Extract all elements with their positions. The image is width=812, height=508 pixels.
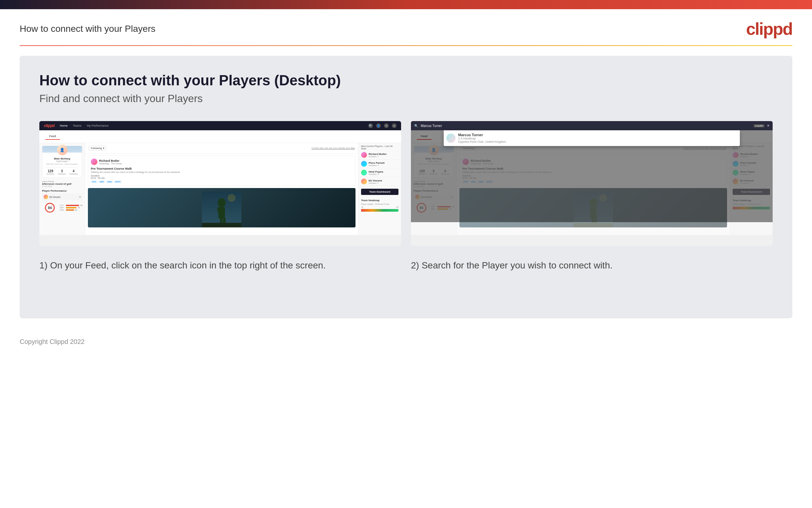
player-avatar-eli-1 [361,178,367,184]
tag-arg-1: ARG [106,180,113,183]
stat-following-label-1: Following [69,173,78,175]
app-mockup-1: clippd Home Teams My Performance 🔍 👤 ⚙ ●… [39,121,401,235]
app-nav-1: clippd Home Teams My Performance 🔍 👤 ⚙ ● [39,121,401,130]
score-circle-1: 84 [45,203,55,213]
heatmap-scale-1: -5 +5 [359,206,401,208]
captions-row: 1) On your Feed, click on the search ico… [39,259,773,272]
app-body-2-dimmed: 👤 Blair McHarg Golf Coach Mill Ride Golf… [411,143,773,235]
settings-icon-1[interactable]: ⚙ [384,123,389,128]
profile-card-1: 👤 Blair McHarg Golf Coach Mill Ride Golf… [42,146,82,178]
profile-club-2: Mill Ride Golf Club, United Kingdom [417,163,451,165]
search-dropdown-2: Marcus Turner 1-5 Handicap Cypress Point… [444,130,740,146]
main-subtitle: Find and connect with your Players [39,92,773,105]
nav-item-myperformance-1[interactable]: My Performance [87,124,108,127]
player-item-piers-1: Piers Parnell Activities: 4 [359,160,401,168]
profile-avatar-2: 👤 [429,145,439,155]
team-dashboard-btn-1[interactable]: Team Dashboard [361,189,398,195]
top-accent-bar [0,0,812,9]
nav-item-teams-1[interactable]: Teams [73,124,82,127]
caption-2: 2) Search for the Player you wish to con… [411,259,773,272]
nav-item-home-1[interactable]: Home [60,124,67,127]
stat-following-1: 4 Following [69,169,78,175]
player-name-eli-1: Eli Vincent [369,179,382,182]
team-heatmap-subtitle-1: Player Quality · 20 Round Trend [359,203,401,206]
search-result-avatar-2 [446,134,456,143]
pp-avatar-1 [44,195,48,199]
svg-point-6 [228,194,235,202]
feed-tab-1[interactable]: Feed [45,133,60,140]
activity-desc-1: Walking the course with my coach to buil… [91,171,352,173]
following-dropdown-icon-1: ▾ [103,147,104,150]
activity-user-1: Richard Butler Yesterday · The Grove [91,159,352,165]
team-heatmap-title-1: Team Heatmap [359,198,401,203]
duration-value-1: 02 hr : 00 min [91,177,105,179]
search-bar-overlay-2: 🔍 Marcus Turner CLEAR × [411,121,773,130]
activity-tags-1: OTT APP ARG PUTT [91,180,352,183]
middle-panel-1: Following ▾ Control who can see your act… [85,143,359,235]
search-result-handicap-2: 1-5 Handicap [458,137,506,140]
control-link-1[interactable]: Control who can see your activity and da… [312,147,355,149]
player-item-hiral-1: Hiral Pujara Activities: 3 [359,168,401,177]
stat-act-2: 129 Activities [418,169,426,175]
player-performance-section-1: Player Performance Eli Vincent ▾ 84 [42,189,82,214]
following-label-1: Following [91,147,102,150]
latest-activity-1: Latest Activity Afternoon round of golf … [42,180,82,187]
activity-photo-1 [88,188,355,227]
clear-button-2[interactable]: CLEAR [754,124,764,127]
stat-activities-label-1: Activities [47,173,54,175]
main-title: How to connect with your Players (Deskto… [39,72,773,89]
profile-role-2: Golf Coach [417,160,451,162]
player-info-hiral-1: Hiral Pujara Activities: 3 [369,170,383,175]
quality-bar-ott-1: OTT 79 [60,205,82,206]
la-date-1: 27 Jul 2022 [42,185,82,187]
stat-followers-1: 3 Followers [58,169,66,175]
user-icon-1[interactable]: 👤 [376,123,381,128]
search-icon-1[interactable]: 🔍 [368,123,373,128]
activity-username-1: Richard Butler [99,159,122,162]
pp-dropdown-icon-1[interactable]: ▾ [79,196,81,199]
search-result-info-2: Marcus Turner 1-5 Handicap Cypress Point… [458,133,506,143]
activity-title-1: Pre Tournament Course Walk [91,167,352,170]
svg-point-13 [599,194,607,202]
stat-activities-1: 129 Activities [47,169,54,175]
avatar-icon-1[interactable]: ● [392,123,396,128]
player-act-hiral-1: Activities: 3 [369,173,383,175]
stat-fol-2: 3 Followers [429,169,438,175]
profile-stats-1: 129 Activities 3 Followers 4 Following [45,167,79,175]
nav-actions-1: 🔍 👤 ⚙ ● [368,123,396,128]
latest-activity-2: Latest Activity Afternoon round of golf … [414,180,454,187]
footer-text: Copyright Clippd 2022 [20,338,85,345]
profile-info-2: Blair McHarg Golf Coach Mill Ride Golf C… [417,157,451,165]
left-panel-1: 👤 Blair McHarg Golf Coach Mill Ride Golf… [39,143,85,235]
profile-stats-2: 129 Activities 3 Followers 4 [417,167,451,175]
stat-followers-num-1: 3 [58,169,66,173]
logo: clippd [746,19,792,39]
close-button-2[interactable]: × [767,123,769,128]
main-content: How to connect with your Players (Deskto… [20,56,792,318]
screenshots-row: clippd Home Teams My Performance 🔍 👤 ⚙ ●… [39,121,773,246]
profile-avatar-1: 👤 [57,145,67,155]
search-icon-2: 🔍 [414,124,418,128]
following-btn-1[interactable]: Following ▾ [89,146,107,151]
header-divider [20,45,792,46]
player-info-eli-1: Eli Vincent Activities: 1 [369,179,382,184]
player-name-richard-1: Richard Butler [369,153,387,156]
activity-user-info-1: Richard Butler Yesterday · The Grove [99,159,122,165]
feed-tab-2: Feed [417,133,432,140]
right-panel-2: Most Active Players - Last 30 days Richa… [730,143,773,235]
player-performance-section-2: Player Performance Eli Vincent ▾ 84 [414,189,454,214]
search-result-item-2[interactable]: Marcus Turner 1-5 Handicap Cypress Point… [446,133,737,143]
player-name-hiral-1: Hiral Pujara [369,170,383,173]
pp-player-row-1: Eli Vincent ▾ [42,194,82,200]
page-title: How to connect with your Players [20,24,155,34]
pp-title-1: Player Performance [42,189,82,192]
player-avatar-piers-1 [361,161,367,167]
activity-avatar-1 [91,159,97,165]
following-header-1: Following ▾ Control who can see your act… [85,143,358,154]
left-panel-2: 👤 Blair McHarg Golf Coach Mill Ride Golf… [411,143,457,235]
footer: Copyright Clippd 2022 [0,328,812,355]
quality-bar-app-1: APP 70 [60,207,82,209]
search-input-2[interactable]: Marcus Turner [421,124,751,128]
app-body-1: 👤 Blair McHarg Golf Coach Mill Ride Golf… [39,143,401,235]
header: How to connect with your Players clippd [0,9,812,45]
